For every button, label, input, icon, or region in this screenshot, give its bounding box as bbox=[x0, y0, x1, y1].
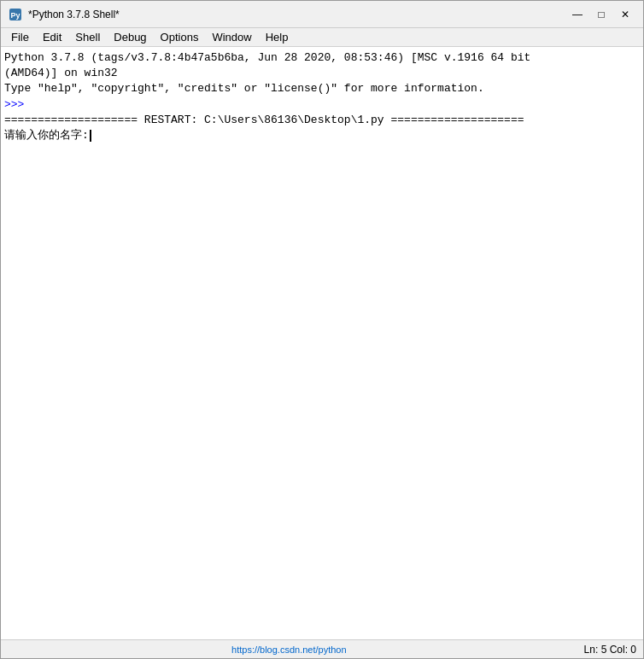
python-help-line: Type "help", "copyright", "credits" or "… bbox=[4, 81, 640, 96]
maximize-button[interactable]: □ bbox=[590, 6, 612, 23]
menu-file[interactable]: File bbox=[4, 29, 36, 45]
shell-output[interactable]: Python 3.7.8 (tags/v3.7.8:4b47a5b6ba, Ju… bbox=[1, 47, 643, 639]
title-bar: Py *Python 3.7.8 Shell* — □ ✕ bbox=[1, 1, 643, 28]
menu-shell[interactable]: Shell bbox=[68, 29, 107, 45]
cursor bbox=[90, 130, 91, 142]
app-icon: Py bbox=[8, 7, 23, 22]
window-controls: — □ ✕ bbox=[566, 6, 636, 23]
menu-bar: File Edit Shell Debug Options Window Hel… bbox=[1, 28, 643, 47]
main-window: Py *Python 3.7.8 Shell* — □ ✕ File Edit … bbox=[0, 0, 644, 659]
svg-text:Py: Py bbox=[10, 11, 20, 20]
menu-help[interactable]: Help bbox=[259, 29, 296, 45]
status-url: https://blog.csdn.net/python bbox=[231, 644, 347, 655]
python-prompt: >>> bbox=[4, 97, 640, 113]
menu-options[interactable]: Options bbox=[154, 29, 206, 45]
python-version-line2: (AMD64)] on win32 bbox=[4, 66, 640, 81]
window-title: *Python 3.7.8 Shell* bbox=[28, 9, 566, 20]
menu-edit[interactable]: Edit bbox=[36, 29, 68, 45]
menu-window[interactable]: Window bbox=[205, 29, 258, 45]
python-version-line1: Python 3.7.8 (tags/v3.7.8:4b47a5b6ba, Ju… bbox=[4, 50, 640, 66]
close-button[interactable]: ✕ bbox=[614, 6, 636, 23]
menu-debug[interactable]: Debug bbox=[107, 29, 153, 45]
restart-line: ==================== RESTART: C:\Users\8… bbox=[4, 113, 640, 128]
minimize-button[interactable]: — bbox=[566, 6, 588, 23]
input-prompt-text: 请输入你的名字: bbox=[4, 128, 89, 143]
status-position: Ln: 5 Col: 0 bbox=[584, 644, 636, 656]
status-bar: https://blog.csdn.net/python Ln: 5 Col: … bbox=[1, 639, 643, 658]
input-line: 请输入你的名字: bbox=[4, 128, 640, 143]
